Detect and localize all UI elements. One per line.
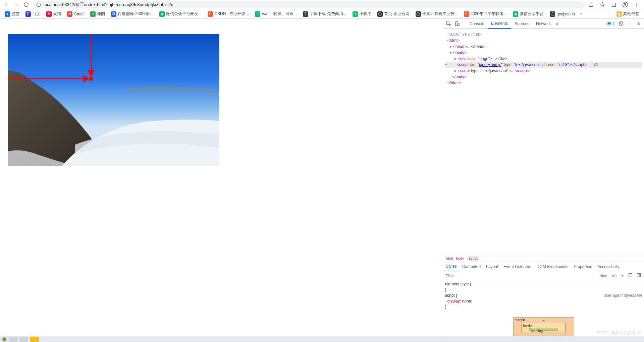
bookmark-item[interactable]: ◯全国计算机专业技...	[414, 10, 460, 17]
tabs-overflow-icon[interactable]: »	[554, 21, 560, 26]
crumb-html[interactable]: html	[446, 256, 453, 260]
tab-elements[interactable]: Elements	[488, 19, 511, 29]
browser-toolbar: localhost:63342/位置/index.html?_ijt=msrua…	[0, 0, 644, 9]
bookmark-item[interactable]: 小小程序	[351, 10, 373, 17]
svg-point-6	[636, 6, 637, 6]
cls-toggle[interactable]: .cls	[610, 273, 618, 278]
styles-tab-computed[interactable]: Computed	[460, 262, 483, 271]
tab-console[interactable]: Console	[466, 19, 488, 29]
start-icon[interactable]	[2, 337, 7, 342]
styles-rules[interactable]: element.style { } script {user agent sty…	[443, 280, 644, 311]
svg-rect-19	[637, 274, 641, 277]
extensions-icon[interactable]	[610, 1, 617, 8]
svg-rect-12	[455, 22, 458, 26]
dom-line-selected[interactable]: <script src="jquery.min.js" type="text/j…	[445, 62, 642, 68]
main-area: Console Elements Sources Network » 1 <!D…	[0, 19, 644, 336]
dom-line[interactable]: </body>	[445, 74, 642, 80]
devtools-panel: Console Elements Sources Network » 1 <!D…	[443, 19, 644, 336]
dom-line[interactable]: ▾<body>	[445, 50, 642, 56]
styles-tabbar: Styles Computed Layout Event Listeners D…	[443, 262, 644, 271]
bookmark-item[interactable]: 百百度	[23, 10, 42, 17]
inspect-icon[interactable]	[445, 20, 452, 27]
bookmark-item[interactable]: VVant - 轻量、可靠...	[253, 10, 299, 17]
mountain-image	[8, 34, 219, 166]
bookmark-item[interactable]: ●提交	[3, 10, 21, 17]
styles-filter-row: :hov .cls ＋	[443, 271, 644, 280]
styles-tab-eventlisteners[interactable]: Event Listeners	[501, 262, 534, 271]
back-icon[interactable]	[3, 1, 9, 8]
dom-tree[interactable]: <!DOCTYPE html> <html> ▸<head>…</head> ▾…	[443, 29, 644, 255]
crumb-body[interactable]: body	[456, 256, 464, 260]
styles-tab-layout[interactable]: Layout	[483, 262, 501, 271]
taskbar	[0, 336, 644, 342]
taskbar-chrome-icon[interactable]	[30, 337, 39, 342]
svg-point-16	[630, 23, 630, 24]
taskbar-app-icon[interactable]	[19, 337, 28, 342]
devtools-tabbar: Console Elements Sources Network » 1	[443, 19, 644, 29]
dom-line[interactable]: <html>	[445, 38, 642, 44]
dom-line[interactable]: ▸<head>…</head>	[445, 44, 642, 50]
svg-point-14	[621, 23, 622, 24]
box-model: margin – border – padding	[443, 311, 644, 336]
gear-icon[interactable]	[618, 20, 625, 27]
page-image-container	[8, 34, 219, 166]
hov-toggle[interactable]: :hov	[599, 273, 608, 278]
sidebar-toggle-icon[interactable]	[636, 273, 642, 278]
styles-tab-dombreakpoints[interactable]: DOM Breakpoints	[534, 262, 571, 271]
dom-line[interactable]: <!DOCTYPE html>	[445, 31, 642, 38]
share-icon[interactable]	[588, 1, 594, 8]
url-text: localhost:63342/位置/index.html?_ijt=msrua…	[44, 2, 173, 8]
svg-point-17	[630, 25, 630, 25]
address-bar[interactable]: localhost:63342/位置/index.html?_ijt=msrua…	[33, 1, 584, 8]
bookmark-other-folder[interactable]: ▮其他书签	[614, 10, 641, 17]
bookmark-item[interactable]: ◯geojson.io	[548, 11, 577, 17]
tab-sources[interactable]: Sources	[511, 19, 533, 29]
svg-point-5	[636, 4, 637, 5]
bookmark-item[interactable]: ◉微信公众平台	[511, 10, 546, 17]
bookmark-item[interactable]: 字字体下载-免费商用...	[301, 10, 348, 17]
svg-rect-1	[612, 3, 616, 6]
star-icon[interactable]	[599, 1, 606, 8]
menu-icon[interactable]	[633, 1, 640, 8]
device-toggle-icon[interactable]	[454, 20, 461, 27]
taskbar-app-icon[interactable]	[9, 337, 17, 342]
forward-icon[interactable]	[13, 1, 19, 8]
styles-tab-accessibility[interactable]: Accessibility	[595, 262, 622, 271]
tab-network[interactable]: Network	[533, 19, 554, 29]
kebab-icon[interactable]	[627, 20, 633, 27]
box-border[interactable]: border – padding	[522, 323, 566, 333]
reload-icon[interactable]	[23, 1, 30, 8]
bookmark-item[interactable]: ◯首页-企业官网	[375, 10, 412, 17]
computed-toggle-icon[interactable]	[627, 273, 634, 278]
close-icon[interactable]	[635, 20, 642, 27]
bookmark-item[interactable]: MGmail	[65, 11, 86, 17]
page-viewport	[0, 19, 443, 336]
bookmark-item[interactable]: 译百度翻译-200种语...	[109, 10, 155, 17]
bookmark-more-icon[interactable]: »	[579, 12, 584, 16]
styles-filter-input[interactable]	[443, 271, 597, 280]
box-margin[interactable]: margin – border – padding	[513, 317, 574, 336]
bookmark-item[interactable]: CCSDN - 专业开发...	[206, 10, 251, 17]
bookmark-bar: ●提交 百百度 天天猫 MGmail ✦地图 译百度翻译-200种语... ◉微…	[0, 9, 644, 19]
crumb-script[interactable]: script	[468, 256, 479, 261]
box-padding[interactable]: padding	[529, 328, 558, 331]
styles-tab-styles[interactable]: Styles	[443, 262, 460, 271]
dom-line[interactable]: </html>	[445, 80, 642, 86]
svg-point-3	[625, 3, 626, 5]
dom-breadcrumb: html body script	[443, 255, 644, 262]
bookmark-item[interactable]: 天天猫	[44, 10, 63, 17]
bookmark-item[interactable]: ✦地图	[88, 10, 107, 17]
new-rule-icon[interactable]: ＋	[620, 273, 625, 278]
dom-line[interactable]: ▸<div class="page">…</div>	[445, 56, 642, 62]
svg-point-4	[636, 3, 637, 3]
bookmark-item[interactable]: C2020年下半年软考...	[462, 10, 509, 17]
svg-point-15	[630, 22, 630, 22]
profile-icon[interactable]	[622, 1, 629, 8]
styles-tab-properties[interactable]: Properties	[571, 262, 595, 271]
bookmark-item[interactable]: ◉微信公众平台开发...	[157, 10, 204, 17]
site-info-icon[interactable]	[36, 2, 41, 7]
issues-badge[interactable]: 1	[605, 21, 616, 26]
dom-line[interactable]: ▸<script type="text/javascript">…</scrip…	[445, 68, 642, 74]
